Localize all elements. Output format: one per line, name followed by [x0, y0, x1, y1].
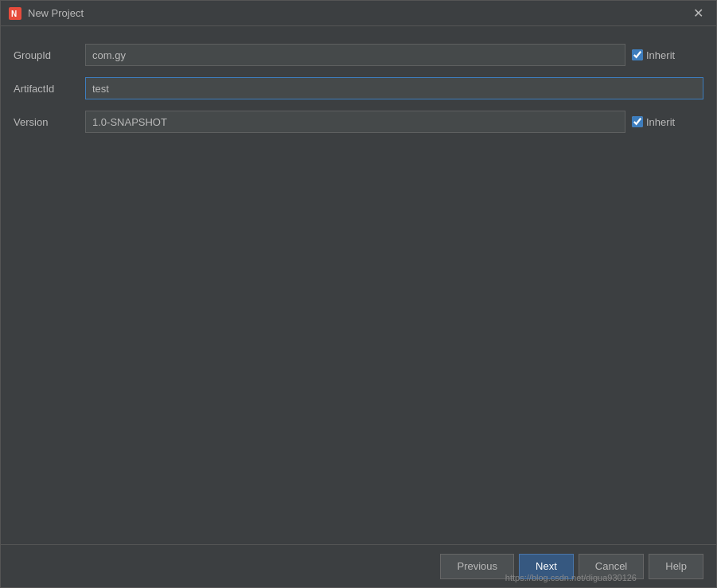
watermark: https://blog.csdn.net/digua930126	[505, 573, 637, 582]
title-bar-left: N New Project	[9, 7, 84, 20]
groupid-inherit-wrapper: Inherit	[632, 49, 703, 61]
artifactid-input[interactable]	[85, 77, 703, 99]
version-inherit-label: Inherit	[646, 116, 675, 128]
svg-text:N: N	[11, 10, 17, 18]
version-label: Version	[14, 116, 85, 128]
artifactid-label: ArtifactId	[14, 83, 85, 95]
dialog-content: GroupId Inherit ArtifactId Version Inher…	[1, 26, 716, 544]
close-button[interactable]: ✕	[688, 6, 708, 21]
dialog-footer: Previous Next Cancel Help https://blog.c…	[1, 544, 716, 587]
groupid-row: GroupId Inherit	[14, 42, 703, 68]
artifactid-row: ArtifactId	[14, 76, 703, 101]
help-button[interactable]: Help	[649, 554, 703, 579]
version-row: Version Inherit	[14, 109, 703, 134]
groupid-inherit-checkbox[interactable]	[632, 49, 643, 60]
groupid-inherit-label: Inherit	[646, 49, 675, 61]
groupid-input[interactable]	[85, 44, 625, 66]
version-inherit-checkbox[interactable]	[632, 116, 643, 127]
app-icon: N	[9, 7, 21, 20]
title-bar: N New Project ✕	[1, 1, 716, 26]
groupid-label: GroupId	[14, 49, 85, 61]
version-input[interactable]	[85, 111, 625, 133]
window-title: New Project	[28, 7, 84, 19]
previous-button[interactable]: Previous	[440, 554, 514, 579]
version-inherit-wrapper: Inherit	[632, 116, 703, 128]
dialog-window: N New Project ✕ GroupId Inherit Artifact…	[0, 0, 717, 588]
